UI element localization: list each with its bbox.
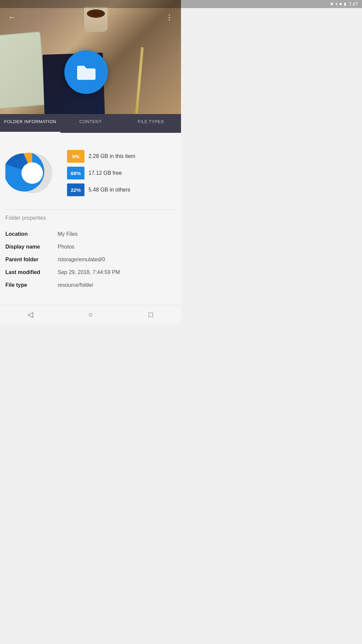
legend-badge-2: 22%	[67, 183, 84, 196]
property-value-location: My Files	[58, 231, 176, 237]
tab-active-indicator	[0, 132, 60, 133]
nav-home-button[interactable]: ○	[82, 306, 99, 323]
property-row-last-modified: Last modified Sep 29, 2018, 7:44:59 PM	[5, 266, 176, 279]
section-divider	[5, 209, 176, 210]
pen-decoration	[135, 47, 143, 114]
content-area: 9% 2.28 GB in this item 68% 17.12 GB fre…	[0, 133, 181, 305]
tab-folder-information[interactable]: FOLDER INFORMATION	[0, 114, 60, 133]
chart-section: 9% 2.28 GB in this item 68% 17.12 GB fre…	[5, 140, 176, 208]
tab-file-types[interactable]: FILE TYPES	[121, 114, 181, 133]
property-value-file-type: resource/folder	[58, 282, 176, 288]
coffee-cup-decoration	[82, 7, 109, 37]
tab-content[interactable]: CONTENT	[60, 114, 121, 133]
more-icon: ⋮	[166, 13, 172, 22]
nav-back-icon: ◁	[27, 310, 33, 319]
tab-bar: FOLDER INFORMATION CONTENT FILE TYPES	[0, 114, 181, 133]
property-key-file-type: File type	[5, 282, 52, 288]
property-row-file-type: File type resource/folder	[5, 279, 176, 291]
nav-recent-button[interactable]: □	[142, 306, 159, 323]
legend-item-2: 22% 5.48 GB in others	[67, 183, 176, 196]
hero-image: ← ⋮	[0, 0, 181, 114]
legend-text-2: 5.48 GB in others	[88, 187, 130, 193]
bottom-nav: ◁ ○ □	[0, 305, 181, 324]
property-row-display-name: Display name Photos	[5, 240, 176, 253]
property-value-last-modified: Sep 29, 2018, 7:44:59 PM	[58, 269, 176, 275]
nav-back-button[interactable]: ◁	[22, 306, 39, 323]
properties-section: Folder properties Location My Files Disp…	[5, 215, 176, 298]
status-bar: ✱ ▾ ■ ▮ 7:47	[0, 0, 181, 8]
legend-badge-0: 9%	[67, 150, 84, 163]
svg-point-1	[21, 162, 43, 184]
more-options-button[interactable]: ⋮	[162, 11, 176, 24]
property-row-location: Location My Files	[5, 228, 176, 240]
property-value-parent-folder: /storage/emulated/0	[58, 257, 176, 263]
donut-chart	[5, 146, 59, 200]
tab-file-types-label: FILE TYPES	[138, 119, 164, 128]
folder-icon	[75, 63, 97, 82]
property-key-display-name: Display name	[5, 244, 52, 250]
property-key-parent-folder: Parent folder	[5, 257, 52, 263]
legend-text-0: 2.28 GB in this item	[88, 153, 135, 159]
legend-badge-1: 68%	[67, 167, 84, 179]
folder-icon-circle	[64, 50, 108, 94]
properties-title: Folder properties	[5, 215, 176, 221]
laptop-decoration	[0, 31, 47, 109]
property-key-last-modified: Last modified	[5, 269, 52, 275]
property-row-parent-folder: Parent folder /storage/emulated/0	[5, 253, 176, 266]
nav-home-icon: ○	[88, 310, 93, 319]
back-button[interactable]: ←	[5, 11, 19, 24]
chart-legend: 9% 2.28 GB in this item 68% 17.12 GB fre…	[67, 150, 176, 196]
legend-item-0: 9% 2.28 GB in this item	[67, 150, 176, 163]
legend-item-1: 68% 17.12 GB free	[67, 167, 176, 179]
tab-content-label: CONTENT	[79, 119, 102, 128]
tab-folder-information-label: FOLDER INFORMATION	[4, 119, 56, 128]
property-value-display-name: Photos	[58, 244, 176, 250]
legend-text-1: 17.12 GB free	[88, 170, 122, 176]
back-arrow-icon: ←	[8, 13, 16, 22]
donut-svg	[5, 146, 59, 200]
property-key-location: Location	[5, 231, 52, 237]
nav-recent-icon: □	[148, 310, 153, 319]
